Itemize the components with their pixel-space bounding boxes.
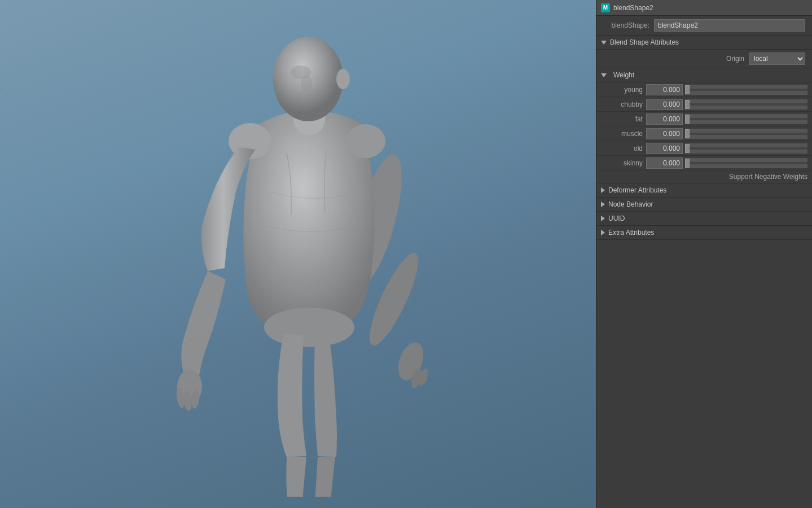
node-behavior-title: Node Behavior xyxy=(608,200,653,208)
svg-point-16 xyxy=(264,308,354,347)
node-behavior-header[interactable]: Node Behavior xyxy=(596,198,812,212)
svg-point-7 xyxy=(336,69,350,89)
slider-young[interactable] xyxy=(685,85,807,95)
origin-label: Origin xyxy=(699,55,744,63)
3d-viewport[interactable] xyxy=(0,0,596,508)
attr-row-muscle: muscle xyxy=(596,126,812,141)
extra-attributes-header[interactable]: Extra Attributes xyxy=(596,226,812,240)
attr-row-old: old xyxy=(596,141,812,156)
support-negative-weights-label: Support Negative Weights xyxy=(729,173,807,181)
slider-chubby[interactable] xyxy=(685,99,807,110)
origin-row: Origin local world xyxy=(596,50,812,68)
extra-attributes-expand-icon xyxy=(601,230,605,235)
slider-muscle[interactable] xyxy=(685,129,807,139)
collapse-triangle-icon xyxy=(601,41,607,45)
panel-titlebar: M blendShape2 xyxy=(596,0,812,16)
attr-row-fat: fat xyxy=(596,112,812,126)
weight-attributes-list: young chubby fat xyxy=(596,82,812,170)
blend-shape-attributes-header[interactable]: Blend Shape Attributes xyxy=(596,36,812,50)
blendshape-row: blendShape: xyxy=(596,16,812,36)
attr-name-old: old xyxy=(601,144,646,152)
attr-name-muscle: muscle xyxy=(601,130,646,138)
support-negative-weights-row: Support Negative Weights xyxy=(596,170,812,183)
blendshape-input[interactable] xyxy=(654,19,805,32)
attr-name-fat: fat xyxy=(601,115,646,123)
uuid-title: UUID xyxy=(608,214,625,222)
attr-name-skinny: skinny xyxy=(601,159,646,167)
attr-value-chubby[interactable] xyxy=(646,99,683,110)
maya-icon: M xyxy=(601,3,610,12)
uuid-expand-icon xyxy=(601,216,605,221)
attr-row-chubby: chubby xyxy=(596,97,812,112)
weight-collapse-triangle-icon xyxy=(601,73,607,77)
deformer-attributes-title: Deformer Attributes xyxy=(608,186,666,194)
blend-shape-attributes-title: Blend Shape Attributes xyxy=(610,38,679,46)
weight-header[interactable]: Weight xyxy=(596,68,812,82)
origin-select[interactable]: local world xyxy=(749,52,805,65)
uuid-header[interactable]: UUID xyxy=(596,212,812,226)
extra-attributes-title: Extra Attributes xyxy=(608,229,654,237)
weight-label: Weight xyxy=(613,71,634,79)
attributes-panel: M blendShape2 blendShape: Blend Shape At… xyxy=(596,0,812,508)
deformer-expand-icon xyxy=(601,187,605,193)
panel-title: blendShape2 xyxy=(613,4,653,12)
attr-value-muscle[interactable] xyxy=(646,128,683,139)
svg-point-15 xyxy=(346,124,385,158)
attr-value-old[interactable] xyxy=(646,143,683,154)
blendshape-label: blendShape: xyxy=(603,21,654,29)
node-behavior-expand-icon xyxy=(601,202,605,207)
attr-row-skinny: skinny xyxy=(596,156,812,170)
attr-value-skinny[interactable] xyxy=(646,157,683,169)
slider-old[interactable] xyxy=(685,143,807,154)
slider-fat[interactable] xyxy=(685,114,807,124)
attr-value-fat[interactable] xyxy=(646,113,683,125)
slider-skinny[interactable] xyxy=(685,158,807,168)
attr-value-young[interactable] xyxy=(646,84,683,95)
attr-row-young: young xyxy=(596,82,812,97)
svg-point-9 xyxy=(301,76,312,91)
attr-name-chubby: chubby xyxy=(601,100,646,108)
attr-name-young: young xyxy=(601,86,646,94)
deformer-attributes-header[interactable]: Deformer Attributes xyxy=(596,183,812,198)
